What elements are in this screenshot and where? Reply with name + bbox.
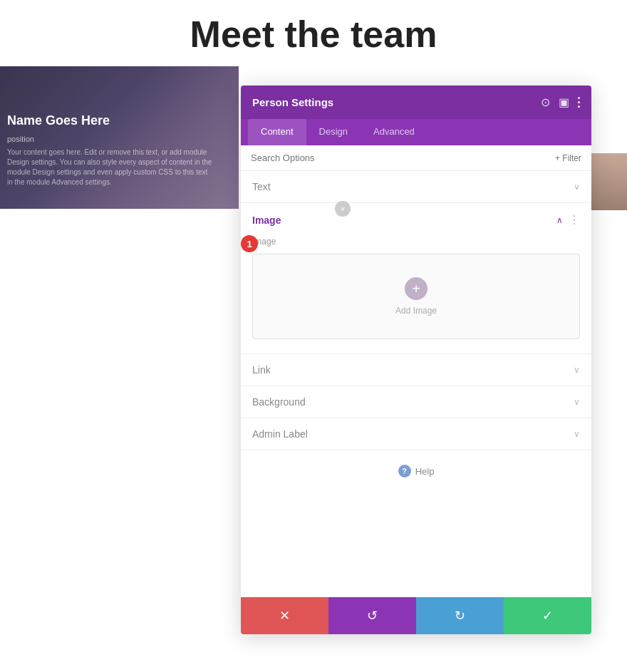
undo-button[interactable]: ↺ <box>328 597 416 634</box>
background-chevron-down: ∨ <box>574 397 580 407</box>
filter-button[interactable]: + Filter <box>555 153 581 163</box>
background-section-label: Background <box>252 396 306 408</box>
strip-name: Name Goes Here <box>7 111 214 130</box>
settings-panel: Person Settings ⊙ ▣ Content Design Advan… <box>241 86 591 634</box>
image-section-body: Image + Add Image <box>241 237 591 353</box>
strip-text: Name Goes Here position Your content goe… <box>7 111 214 188</box>
close-button[interactable]: × <box>335 201 351 217</box>
image-section: Image ∧ ⋮ Image + Add Image <box>241 203 591 354</box>
panel-tabs: Content Design Advanced × <box>241 119 591 145</box>
image-field-label: Image <box>252 237 580 247</box>
more-icon[interactable] <box>578 97 580 108</box>
help-icon: ? <box>398 465 411 477</box>
strip-subtitle: position <box>7 133 214 145</box>
image-section-title: Image <box>252 214 281 226</box>
link-section-label: Link <box>252 364 271 376</box>
save-button[interactable]: ✓ <box>504 597 591 634</box>
image-more-icon[interactable]: ⋮ <box>569 213 580 227</box>
search-input[interactable] <box>251 153 555 163</box>
strip-body: Your content goes here. Edit or remove t… <box>7 148 214 187</box>
image-section-icons: ∧ ⋮ <box>556 213 580 227</box>
image-chevron-up: ∧ <box>556 215 563 225</box>
image-upload-area[interactable]: + Add Image <box>252 254 580 339</box>
background-section-row[interactable]: Background ∨ <box>241 386 591 418</box>
number-badge: 1 <box>241 235 258 252</box>
cancel-button[interactable]: ✕ <box>241 597 328 634</box>
link-chevron-down: ∨ <box>574 365 580 375</box>
admin-label-chevron-down: ∨ <box>574 429 580 439</box>
photo-strip <box>588 153 627 210</box>
panel-header: Person Settings ⊙ ▣ <box>241 86 591 119</box>
panel-search: + Filter <box>241 145 591 171</box>
settings-icon[interactable]: ⊙ <box>541 95 550 109</box>
text-section-label: Text <box>252 181 271 192</box>
link-section-row[interactable]: Link ∨ <box>241 354 591 386</box>
admin-label-section-row[interactable]: Admin Label ∨ <box>241 418 591 450</box>
question-mark: ? <box>402 467 407 475</box>
upload-plus-icon: + <box>405 277 428 300</box>
page-title: Meet the team <box>0 0 627 68</box>
tab-advanced[interactable]: Advanced <box>361 119 428 145</box>
tab-content[interactable]: Content <box>248 119 306 145</box>
tab-design[interactable]: Design <box>306 119 361 145</box>
layout-icon[interactable]: ▣ <box>559 95 569 109</box>
redo-button[interactable]: ↻ <box>416 597 504 634</box>
text-section-row[interactable]: Text ∨ <box>241 171 591 203</box>
upload-label: Add Image <box>395 306 437 316</box>
image-section-header[interactable]: Image ∧ ⋮ <box>241 203 591 237</box>
background-strip: Name Goes Here position Your content goe… <box>0 66 239 209</box>
admin-label-section-label: Admin Label <box>252 428 308 440</box>
panel-header-icons: ⊙ ▣ <box>541 95 580 109</box>
help-row: ? Help <box>241 450 591 492</box>
action-bar: ✕ ↺ ↻ ✓ <box>241 597 591 634</box>
text-chevron-down: ∨ <box>574 182 580 192</box>
panel-content: Text ∨ Image ∧ ⋮ Image + Add Image L <box>241 171 591 597</box>
panel-title: Person Settings <box>252 96 333 108</box>
help-label[interactable]: Help <box>415 466 435 477</box>
